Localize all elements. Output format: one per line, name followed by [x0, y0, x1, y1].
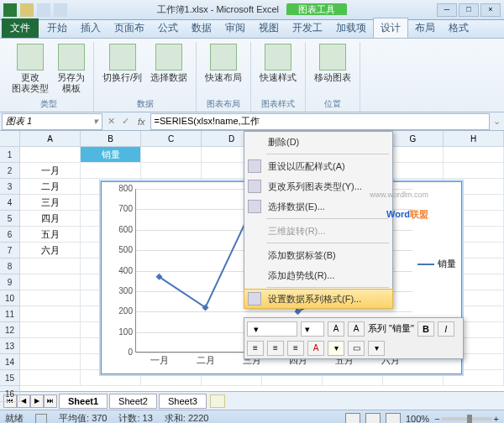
expand-formula-icon[interactable]: ⌄ — [490, 116, 504, 127]
row-header[interactable]: 5 — [0, 211, 20, 227]
align-right-icon[interactable]: ≡ — [287, 341, 304, 356]
cell[interactable] — [20, 290, 81, 306]
cell[interactable]: 销量 — [81, 147, 141, 163]
cell[interactable] — [20, 274, 81, 290]
row-header[interactable]: 15 — [0, 370, 20, 386]
bold-icon[interactable]: B — [417, 321, 434, 337]
sheet-tab[interactable]: Sheet2 — [109, 394, 157, 409]
tab-10[interactable]: 布局 — [408, 18, 442, 38]
zoom-slider[interactable]: − + — [434, 414, 499, 424]
row-header[interactable]: 14 — [0, 354, 20, 370]
cell[interactable] — [444, 163, 504, 179]
select-all-corner[interactable] — [0, 131, 20, 147]
page-break-view-icon[interactable] — [386, 413, 401, 424]
menu-item[interactable]: 删除(D) — [244, 132, 392, 152]
ribbon-button[interactable]: 选择数据 — [147, 42, 191, 97]
enter-icon[interactable]: ✓ — [122, 116, 129, 127]
sheet-tab[interactable]: Sheet1 — [59, 394, 108, 409]
col-header[interactable]: A — [20, 131, 81, 147]
row-header[interactable]: 16 — [0, 386, 20, 402]
col-header[interactable]: B — [81, 131, 141, 147]
zoom-level[interactable]: 100% — [406, 414, 429, 424]
fill-color-icon[interactable]: ▾ — [328, 341, 344, 356]
row-header[interactable]: 12 — [0, 322, 20, 338]
ribbon-button[interactable]: 移动图表 — [311, 42, 354, 97]
new-sheet-icon[interactable] — [210, 394, 225, 408]
zoom-out-icon[interactable]: − — [434, 414, 439, 424]
cell[interactable]: 一月 — [20, 163, 81, 179]
row-header[interactable]: 13 — [0, 338, 20, 354]
cell[interactable] — [20, 306, 81, 322]
cell[interactable] — [20, 338, 81, 354]
chart-legend[interactable]: 销量 — [417, 258, 456, 270]
row-header[interactable]: 3 — [0, 179, 20, 195]
ribbon-button[interactable]: 快速样式 — [256, 42, 300, 97]
row-header[interactable]: 2 — [0, 163, 20, 179]
row-header[interactable]: 4 — [0, 195, 20, 211]
font-size-field[interactable]: ▾ — [301, 321, 324, 337]
name-box[interactable]: 图表 1▾ — [2, 113, 102, 130]
menu-item[interactable]: 添加数据标签(B) — [244, 245, 392, 265]
cell[interactable] — [20, 147, 81, 163]
tab-7[interactable]: 开发工 — [286, 18, 329, 38]
row-header[interactable]: 11 — [0, 306, 20, 322]
cell[interactable] — [141, 163, 202, 179]
more-icon[interactable]: ▾ — [368, 341, 385, 356]
tab-8[interactable]: 加载项 — [329, 18, 373, 38]
row-header[interactable]: 6 — [0, 227, 20, 243]
ribbon-button[interactable]: 另存为模板 — [54, 42, 88, 97]
menu-item[interactable]: 设置数据系列格式(F)... — [244, 289, 393, 309]
sheet-tab[interactable]: Sheet3 — [159, 394, 207, 409]
row-header[interactable]: 1 — [0, 147, 20, 163]
cell[interactable] — [20, 322, 81, 338]
cell[interactable]: 六月 — [20, 243, 81, 258]
cell[interactable] — [444, 147, 504, 163]
col-header[interactable]: C — [141, 131, 202, 147]
italic-icon[interactable]: I — [438, 321, 454, 337]
row-header[interactable]: 10 — [0, 290, 20, 306]
minimize-button[interactable]: ─ — [437, 3, 457, 17]
close-button[interactable]: × — [480, 3, 501, 17]
ribbon-button[interactable]: 切换行/列 — [99, 42, 145, 97]
align-center-icon[interactable]: ≡ — [267, 341, 284, 356]
grow-font-icon[interactable]: A — [328, 321, 344, 337]
tab-1[interactable]: 插入 — [74, 18, 108, 38]
cancel-icon[interactable]: ✕ — [108, 116, 115, 127]
cell[interactable] — [20, 370, 81, 386]
cell[interactable] — [81, 163, 141, 179]
menu-item[interactable]: 选择数据(E)... — [244, 196, 392, 217]
cell[interactable] — [20, 354, 81, 370]
tab-11[interactable]: 格式 — [442, 18, 475, 38]
cell[interactable] — [20, 258, 81, 274]
ribbon-button[interactable]: 更改图表类型 — [8, 42, 52, 97]
cell[interactable] — [141, 147, 202, 163]
menu-item[interactable]: 添加趋势线(R)... — [244, 265, 392, 285]
save-icon[interactable] — [20, 3, 34, 17]
border-icon[interactable]: ▭ — [348, 341, 365, 356]
formula-bar[interactable]: =SERIES(xlsx!name,工作 — [150, 113, 490, 130]
last-sheet-icon[interactable]: ⏭ — [44, 394, 57, 408]
fx-icon[interactable]: fx — [138, 117, 145, 127]
row-header[interactable]: 7 — [0, 243, 20, 258]
col-header[interactable]: H — [444, 131, 504, 147]
cell[interactable]: 二月 — [20, 179, 81, 195]
file-tab[interactable]: 文件 — [2, 18, 39, 38]
next-sheet-icon[interactable]: ▶ — [30, 394, 44, 408]
tab-0[interactable]: 开始 — [40, 18, 74, 38]
maximize-button[interactable]: □ — [459, 3, 479, 17]
redo-icon[interactable] — [54, 3, 67, 17]
align-left-icon[interactable]: ≡ — [247, 341, 264, 356]
tab-6[interactable]: 视图 — [252, 18, 286, 38]
undo-icon[interactable] — [37, 3, 50, 17]
tab-9[interactable]: 设计 — [373, 18, 408, 38]
menu-item[interactable]: 重设以匹配样式(A) — [244, 156, 392, 176]
tab-5[interactable]: 审阅 — [218, 18, 252, 38]
normal-view-icon[interactable] — [345, 413, 360, 424]
font-family-field[interactable]: ▾ — [247, 321, 297, 337]
tab-2[interactable]: 页面布 — [108, 18, 151, 38]
tab-3[interactable]: 公式 — [151, 18, 185, 38]
zoom-in-icon[interactable]: + — [494, 414, 499, 424]
tab-4[interactable]: 数据 — [185, 18, 218, 38]
page-layout-view-icon[interactable] — [365, 413, 381, 424]
ribbon-button[interactable]: 快速布局 — [202, 42, 245, 97]
